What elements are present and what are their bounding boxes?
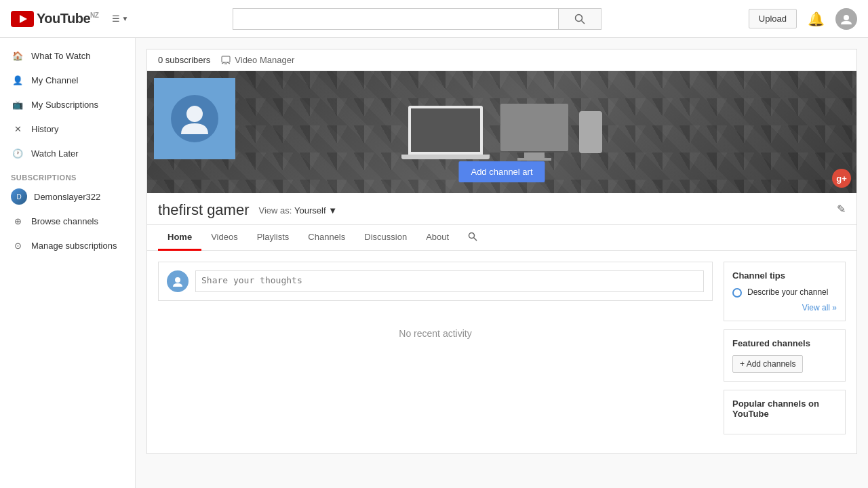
laptop-screen — [411, 108, 480, 152]
channel-name: thefirst gamer — [158, 201, 250, 219]
sidebar-label-manage: Manage subscriptions — [31, 241, 117, 251]
sidebar-item-my-subscriptions[interactable]: 📺 My Subscriptions — [0, 92, 135, 117]
channel-tips-title: Channel tips — [732, 270, 837, 281]
svg-rect-5 — [222, 56, 230, 62]
manage-icon: ⊙ — [11, 239, 24, 252]
tab-channels[interactable]: Channels — [298, 225, 355, 251]
hamburger-menu[interactable]: ☰ ▼ — [112, 14, 128, 24]
device-icons-group — [401, 104, 602, 161]
topnav: YouTubeNZ ☰ ▼ Upload 🔔 — [0, 0, 868, 38]
channel-topbar: 0 subscribers Video Manager — [147, 49, 856, 71]
sidebar-item-manage-subscriptions[interactable]: ⊙ Manage subscriptions — [0, 233, 135, 258]
sidebar-label-browse: Browse channels — [31, 216, 98, 226]
logo-region: NZ — [90, 12, 98, 19]
svg-point-2 — [576, 14, 583, 21]
device-monitor-container — [500, 104, 568, 161]
tab-search-icon[interactable] — [458, 226, 487, 249]
channel-feed: No recent activity — [158, 262, 713, 443]
svg-point-10 — [469, 233, 475, 239]
logo-text: YouTube — [37, 11, 90, 26]
view-as-label: View as: — [259, 205, 292, 216]
view-as-value: Yourself — [294, 205, 326, 216]
view-all-link[interactable]: View all » — [732, 303, 837, 312]
tip-dot-icon — [732, 288, 742, 298]
laptop-base — [401, 155, 490, 159]
add-channels-button[interactable]: + Add channels — [732, 355, 803, 373]
monitor-device — [500, 104, 568, 151]
person-icon: 👤 — [11, 73, 24, 87]
channel-tabs: Home Videos Playlists Channels Discussio… — [147, 225, 856, 251]
subscription-item-demonslayer322[interactable]: D Demonslayer322 — [0, 184, 135, 209]
search-icon — [574, 14, 585, 24]
youtube-logo-icon — [11, 11, 34, 27]
tab-search-svg — [468, 232, 477, 241]
subscriber-count: 0 subscribers — [158, 55, 210, 65]
share-thoughts-input[interactable] — [195, 270, 704, 292]
youtube-logo[interactable]: YouTubeNZ — [11, 11, 98, 27]
laptop-device — [408, 106, 483, 155]
search-button[interactable] — [558, 8, 601, 30]
view-as-chevron: ▼ — [328, 205, 337, 216]
thoughts-avatar-icon — [172, 276, 183, 287]
search-input[interactable] — [233, 8, 558, 30]
default-avatar-svg — [178, 102, 212, 136]
google-plus-icon[interactable]: g+ — [832, 169, 851, 188]
sidebar-label-my-subscriptions: My Subscriptions — [31, 100, 98, 110]
monitor-base — [517, 158, 551, 161]
channel-tip-item: Describe your channel — [732, 287, 837, 298]
avatar-icon — [840, 13, 852, 25]
channel-container: 0 subscribers Video Manager — [146, 49, 857, 454]
no-activity-message: No recent activity — [158, 301, 713, 366]
featured-channels-card: Featured channels + Add channels — [724, 329, 846, 382]
subscription-label: Demonslayer322 — [34, 192, 100, 202]
sidebar-item-history[interactable]: ✕ History — [0, 117, 135, 141]
svg-point-9 — [186, 106, 203, 122]
sidebar-item-what-to-watch[interactable]: 🏠 What To Watch — [0, 43, 135, 68]
search-area — [180, 8, 654, 30]
channel-art: Add channel art g+ — [147, 71, 856, 193]
monitor-stand — [524, 152, 545, 158]
tab-playlists[interactable]: Playlists — [248, 225, 299, 251]
svg-point-12 — [175, 277, 180, 283]
channel-body: No recent activity Channel tips Describe… — [147, 251, 856, 453]
phone-device — [579, 111, 602, 153]
browse-icon: ⊕ — [11, 214, 24, 228]
thoughts-avatar — [167, 270, 189, 292]
sidebar: 🏠 What To Watch 👤 My Channel 📺 My Subscr… — [0, 38, 136, 465]
sidebar-item-browse-channels[interactable]: ⊕ Browse channels — [0, 209, 135, 233]
video-manager-icon — [221, 56, 231, 65]
tab-discussion[interactable]: Discussion — [355, 225, 416, 251]
subscriptions-icon: 📺 — [11, 98, 24, 111]
channel-avatar-icon — [171, 95, 218, 142]
main-content: 0 subscribers Video Manager — [136, 38, 868, 465]
tab-home[interactable]: Home — [158, 225, 201, 251]
video-manager-label: Video Manager — [235, 55, 294, 65]
video-manager-link[interactable]: Video Manager — [221, 55, 294, 65]
user-avatar[interactable] — [835, 8, 857, 30]
channel-info: thefirst gamer View as: Yourself ▼ ✎ — [147, 193, 856, 225]
page-layout: 🏠 What To Watch 👤 My Channel 📺 My Subscr… — [0, 38, 868, 465]
watch-later-icon: 🕐 — [11, 146, 24, 160]
svg-line-3 — [582, 20, 585, 24]
device-laptop-container — [401, 106, 490, 159]
popular-channels-card: Popular channels on YouTube — [724, 390, 846, 434]
tip-label: Describe your channel — [747, 287, 828, 297]
view-as-dropdown[interactable]: Yourself ▼ — [294, 205, 337, 216]
sidebar-label-watch-later: Watch Later — [31, 148, 79, 159]
sidebar-item-watch-later[interactable]: 🕐 Watch Later — [0, 141, 135, 165]
subscription-avatar: D — [11, 188, 27, 205]
add-channel-art-button[interactable]: Add channel art — [458, 161, 545, 182]
upload-button[interactable]: Upload — [749, 9, 797, 28]
popular-channels-title: Popular channels on YouTube — [732, 399, 837, 419]
history-icon: ✕ — [11, 122, 24, 136]
sidebar-label-what-to-watch: What To Watch — [31, 51, 90, 61]
logo-area: YouTubeNZ ☰ ▼ — [11, 11, 133, 27]
tab-videos[interactable]: Videos — [201, 225, 248, 251]
edit-pencil-icon[interactable]: ✎ — [837, 203, 846, 216]
channel-tips-card: Channel tips Describe your channel View … — [724, 262, 846, 321]
nav-right: Upload 🔔 — [749, 8, 857, 30]
tab-about[interactable]: About — [416, 225, 458, 251]
logo-wordmark: YouTubeNZ — [37, 11, 98, 26]
sidebar-item-my-channel[interactable]: 👤 My Channel — [0, 68, 135, 92]
notifications-icon[interactable]: 🔔 — [808, 11, 825, 27]
